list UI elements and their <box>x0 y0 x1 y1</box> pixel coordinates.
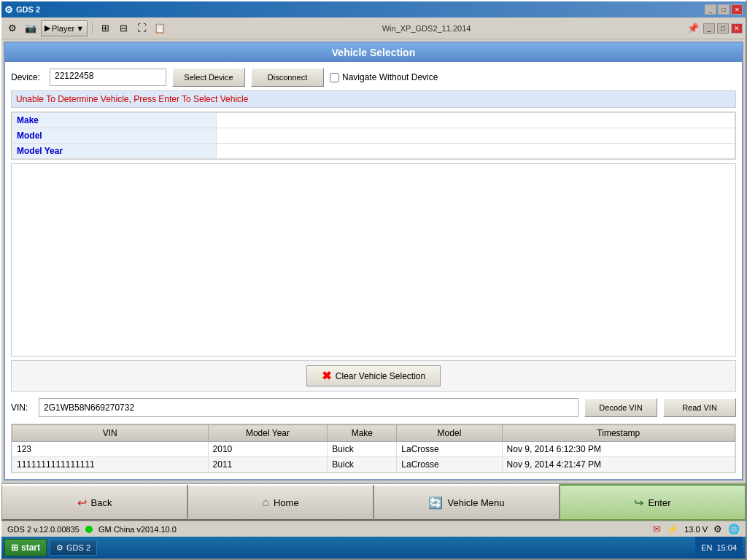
unable-message: Unable To Determine Vehicle, Press Enter… <box>16 94 248 104</box>
settings-icon[interactable]: ⚙ <box>4 20 20 36</box>
app-title: ⚙ GDS 2 <box>4 4 40 15</box>
status-dot <box>85 526 93 533</box>
table-cell-vin: 123 <box>12 442 209 457</box>
navigate-without-device-row: Navigate Without Device <box>330 72 438 82</box>
table-cell-vin: 1111111111111111 <box>12 457 209 472</box>
history-table-container: VIN Model Year Make Model Timestamp 1232… <box>11 424 736 473</box>
lightning-icon: ⚡ <box>667 524 678 534</box>
close-button[interactable]: ✕ <box>731 4 743 15</box>
make-label: Make <box>12 113 217 128</box>
clear-vehicle-selection-button[interactable]: ✖ Clear Vehicle Selection <box>306 365 441 386</box>
taskbar-gds2-icon: ⚙ <box>56 543 63 553</box>
version-text: GDS 2 v.12.0.00835 <box>7 525 80 534</box>
table-cell-timestamp: Nov 9, 2014 4:21:47 PM <box>502 457 735 472</box>
clear-x-icon: ✖ <box>322 369 331 383</box>
window-controls: _ □ ✕ <box>705 4 743 15</box>
toolbar-maximize[interactable]: □ <box>717 23 729 34</box>
copy-icon[interactable]: 📋 <box>152 20 168 36</box>
table-cell-timestamp: Nov 9, 2014 6:12:30 PM <box>502 442 735 457</box>
read-vin-button[interactable]: Read VIN <box>663 398 736 417</box>
windows-icon: ⊞ <box>11 542 18 553</box>
toolbar-minimize[interactable]: _ <box>703 23 715 34</box>
vehicle-info-panel: Make Model Model Year <box>11 112 736 160</box>
enter-button[interactable]: ↪ Enter <box>560 484 746 521</box>
table-row[interactable]: 11111111111111112011BuickLaCrosseNov 9, … <box>12 457 735 472</box>
table-cell-model: LaCrosse <box>397 442 502 457</box>
player-button[interactable]: ▶ Player ▼ <box>41 20 88 36</box>
select-device-button[interactable]: Select Device <box>172 68 245 87</box>
model-label: Model <box>12 128 217 144</box>
home-icon: ⌂ <box>262 496 269 509</box>
back-icon: ↩ <box>77 496 87 510</box>
app-icon: ⚙ <box>4 4 13 15</box>
make-value <box>217 113 735 128</box>
navigate-without-device-label: Navigate Without Device <box>342 72 438 82</box>
history-table: VIN Model Year Make Model Timestamp 1232… <box>12 424 735 472</box>
table-row[interactable]: 1232010BuickLaCrosseNov 9, 2014 6:12:30 … <box>12 442 735 457</box>
pin-icon[interactable]: 📌 <box>685 20 701 36</box>
model-value <box>217 128 735 144</box>
player-icon: ▶ <box>44 23 50 33</box>
device-row: Device: 22122458 Select Device Disconnec… <box>11 68 736 87</box>
fullscreen-icon[interactable]: ⛶ <box>133 20 150 36</box>
device-label: Device: <box>11 72 44 82</box>
vehicle-selection-body: Device: 22122458 Select Device Disconnec… <box>5 62 742 479</box>
table-cell-model_year: 2011 <box>208 457 328 472</box>
make-row: Make <box>12 113 735 128</box>
col-model: Model <box>397 425 502 442</box>
maximize-button[interactable]: □ <box>718 4 729 15</box>
vehicle-selection-title: Vehicle Selection <box>5 43 742 62</box>
history-header-row: VIN Model Year Make Model Timestamp <box>12 425 735 442</box>
grid2-icon[interactable]: ⊟ <box>115 20 131 36</box>
voltage-text: 13.0 V <box>684 525 708 534</box>
minimize-button[interactable]: _ <box>705 4 716 15</box>
app-title-bar: ⚙ GDS 2 _ □ ✕ <box>1 1 746 18</box>
gm-china-text: GM China v2014.10.0 <box>98 525 177 534</box>
clear-btn-row: ✖ Clear Vehicle Selection <box>11 360 736 392</box>
vehicle-menu-button[interactable]: 🔄 Vehicle Menu <box>374 484 560 521</box>
language-indicator: EN <box>701 543 712 552</box>
col-make: Make <box>328 425 397 442</box>
model-year-value <box>217 144 735 159</box>
enter-icon: ↪ <box>634 496 643 510</box>
taskbar-clock: 15:04 <box>716 543 737 552</box>
vehicle-selection-window: Vehicle Selection Device: 22122458 Selec… <box>4 42 743 481</box>
toolbar-separator <box>92 22 93 35</box>
taskbar-right: EN 15:04 <box>695 537 743 559</box>
data-area <box>11 163 736 357</box>
disconnect-button[interactable]: Disconnect <box>251 68 324 87</box>
model-row: Model <box>12 128 735 144</box>
navigate-without-device-checkbox[interactable] <box>330 73 339 82</box>
player-dropdown-arrow: ▼ <box>76 24 84 33</box>
vin-row: VIN: Decode VIN Read VIN <box>11 395 736 420</box>
home-button[interactable]: ⌂ Home <box>187 484 374 521</box>
back-button[interactable]: ↩ Back <box>1 484 187 521</box>
model-year-row: Model Year <box>12 144 735 159</box>
taskbar-gds2[interactable]: ⚙ GDS 2 <box>50 540 97 556</box>
table-cell-model_year: 2010 <box>208 442 328 457</box>
table-cell-make: Buick <box>328 457 397 472</box>
vin-input[interactable] <box>39 398 578 417</box>
vin-label: VIN: <box>11 402 33 413</box>
model-year-label: Model Year <box>12 144 217 159</box>
start-button[interactable]: ⊞ start <box>4 539 47 556</box>
taskbar: ⊞ start ⚙ GDS 2 EN 15:04 <box>1 537 746 559</box>
decode-vin-button[interactable]: Decode VIN <box>584 398 657 417</box>
window-title: Win_XP_GDS2_11.2014 <box>170 24 683 33</box>
status-bar: GDS 2 v.12.0.00835 GM China v2014.10.0 ✉… <box>1 521 746 537</box>
device-value: 22122458 <box>50 69 166 86</box>
bottom-bar: ↩ Back ⌂ Home 🔄 Vehicle Menu ↪ Enter <box>1 483 746 521</box>
vehicle-info-table: Make Model Model Year <box>12 112 735 159</box>
vehicle-menu-icon: 🔄 <box>428 496 443 510</box>
grid-icon[interactable]: ⊞ <box>97 20 113 36</box>
toolbar-close[interactable]: ✕ <box>731 23 743 34</box>
unable-message-row: Unable To Determine Vehicle, Press Enter… <box>11 90 736 108</box>
table-cell-model: LaCrosse <box>397 457 502 472</box>
settings2-icon: ⚙ <box>713 524 722 534</box>
col-vin: VIN <box>12 425 209 442</box>
email-icon: ✉ <box>653 524 661 534</box>
network-icon: 🌐 <box>728 524 740 534</box>
col-timestamp: Timestamp <box>502 425 735 442</box>
col-model-year: Model Year <box>208 425 328 442</box>
camera-icon[interactable]: 📷 <box>23 20 39 36</box>
